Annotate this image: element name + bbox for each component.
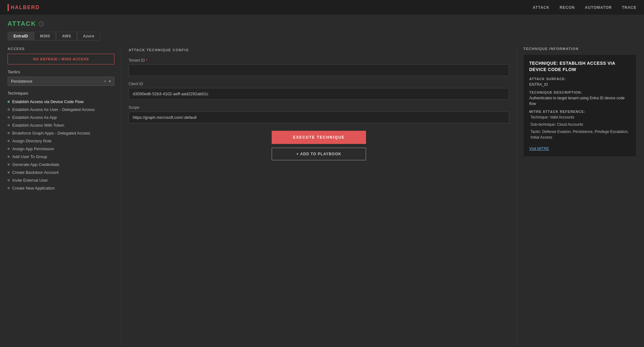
page-title: ATTACK (8, 20, 36, 27)
scope-group: Scope (129, 105, 509, 123)
mitre-row: MITRE ATT&CK REFERENCE: Technique: Valid… (529, 110, 630, 140)
page-content: ATTACK i EntraID M365 AWS Azure ACCESS N… (0, 15, 644, 347)
tactic-select-dropdown[interactable]: Persistence × ▾ (8, 77, 114, 86)
attack-surface-row: ATTACK SURFACE: ENTRA_ID (529, 77, 630, 87)
technique-item-3[interactable]: Establish Access With Token (8, 122, 114, 128)
technique-dot-1 (8, 108, 10, 111)
technique-label-6: Assign App Permission (12, 146, 54, 151)
tactic-selected-value: Persistence (11, 79, 32, 84)
nav-recon[interactable]: RECON (560, 5, 575, 10)
technique-item-0[interactable]: Establish Access via Device Code Flow (8, 99, 114, 105)
right-panel: TECHNIQUE INFORMATION TECHNIQUE: ESTABLI… (517, 47, 636, 347)
technique-dot-11 (8, 187, 10, 189)
add-to-playbook-button[interactable]: + ADD TO PLAYBOOK (272, 148, 366, 160)
client-id-group: Client ID (129, 82, 509, 100)
description-row: TECHNIQUE DESCRIPTION: Authenticates to … (529, 91, 630, 107)
techniques-label: Techniques (8, 91, 114, 96)
technique-dot-3 (8, 124, 10, 126)
technique-label-11: Create New Application (12, 186, 55, 190)
technique-dot-8 (8, 163, 10, 166)
tactics-label: Tactics (8, 69, 114, 74)
tab-aws[interactable]: AWS (56, 32, 77, 41)
info-card-title: TECHNIQUE: ESTABLISH ACCESS VIA DEVICE C… (529, 60, 630, 73)
client-id-input[interactable] (129, 88, 509, 100)
main-layout: ACCESS NO ENTRAID / M365 ACCESS Tactics … (8, 47, 636, 347)
technique-label-0: Establish Access via Device Code Flow (12, 99, 84, 104)
technique-info-title: TECHNIQUE INFORMATION (523, 47, 636, 51)
technique-label-10: Invite External User (12, 178, 48, 183)
mitre-item-2: Tactic: Defense Evasion, Persistence, Pr… (529, 129, 630, 140)
left-panel: ACCESS NO ENTRAID / M365 ACCESS Tactics … (8, 47, 121, 347)
config-title: ATTACK TECHNIQUE CONFIG (129, 47, 509, 52)
description-value: Authenticates to target tenant using Ent… (529, 95, 630, 107)
technique-item-10[interactable]: Invite External User (8, 177, 114, 183)
tactic-select-controls: × ▾ (104, 79, 111, 84)
technique-item-1[interactable]: Establish Access As User - Delegated Acc… (8, 107, 114, 113)
chevron-down-icon: ▾ (109, 79, 111, 84)
tab-entraid[interactable]: EntraID (8, 32, 34, 41)
tenant-id-label: Tenant ID * (129, 58, 509, 63)
center-panel: ATTACK TECHNIQUE CONFIG Tenant ID * Clie… (121, 47, 517, 347)
technique-dot-4 (8, 132, 10, 134)
technique-dot-7 (8, 156, 10, 158)
info-card: TECHNIQUE: ESTABLISH ACCESS VIA DEVICE C… (523, 54, 636, 157)
tenant-id-group: Tenant ID * (129, 58, 509, 76)
technique-item-9[interactable]: Create Backdoor Account (8, 169, 114, 175)
technique-list: Establish Access via Device Code Flow Es… (8, 99, 114, 191)
mitre-label: MITRE ATT&CK REFERENCE: (529, 110, 630, 113)
attack-surface-label: ATTACK SURFACE: (529, 77, 630, 81)
technique-item-11[interactable]: Create New Application (8, 185, 114, 191)
technique-label-5: Assign Directory Role (12, 139, 52, 143)
nav-automator[interactable]: AUTOMATOR (585, 5, 612, 10)
nav-trace[interactable]: TRACE (622, 5, 636, 10)
tab-m365[interactable]: M365 (34, 32, 56, 41)
tab-azure[interactable]: Azure (77, 32, 100, 41)
page-title-row: ATTACK i (8, 20, 636, 27)
tenant-id-input[interactable] (129, 64, 509, 76)
technique-dot-0 (8, 101, 10, 103)
client-id-label: Client ID (129, 82, 509, 86)
no-access-button[interactable]: NO ENTRAID / M365 ACCESS (8, 54, 114, 64)
clear-icon[interactable]: × (104, 79, 106, 84)
technique-label-3: Establish Access With Token (12, 123, 64, 128)
technique-dot-2 (8, 116, 10, 118)
nav-links: ATTACK RECON AUTOMATOR TRACE (533, 5, 636, 10)
info-icon[interactable]: i (39, 21, 44, 26)
scope-input[interactable] (129, 112, 509, 123)
nav-logo: HALBERD (8, 4, 40, 11)
technique-item-7[interactable]: Add User To Group (8, 154, 114, 160)
technique-label-9: Create Backdoor Account (12, 170, 58, 175)
nav-attack[interactable]: ATTACK (533, 5, 550, 10)
mitre-item-0: Technique: Valid Accounts (529, 114, 630, 120)
platform-tabs: EntraID M365 AWS Azure (8, 32, 636, 41)
technique-item-6[interactable]: Assign App Permission (8, 146, 114, 152)
execute-button[interactable]: EXECUTE TECHNIQUE (272, 131, 366, 144)
logo-bar-icon (8, 4, 9, 11)
technique-label-4: Bruteforce Graph Apps - Delegated Access (12, 131, 90, 135)
technique-item-2[interactable]: Establish Access As App (8, 114, 114, 120)
technique-label-7: Add User To Group (12, 154, 47, 159)
scope-label: Scope (129, 105, 509, 110)
technique-dot-6 (8, 148, 10, 150)
technique-item-4[interactable]: Bruteforce Graph Apps - Delegated Access (8, 130, 114, 136)
technique-dot-10 (8, 179, 10, 181)
technique-dot-9 (8, 171, 10, 174)
technique-dot-5 (8, 140, 10, 142)
technique-item-8[interactable]: Generate App Credentials (8, 162, 114, 168)
technique-item-5[interactable]: Assign Directory Role (8, 138, 114, 144)
technique-label-2: Establish Access As App (12, 115, 57, 120)
visit-mitre-link[interactable]: Visit MITRE (529, 146, 549, 151)
required-star: * (146, 58, 147, 63)
technique-label-1: Establish Access As User - Delegated Acc… (12, 107, 95, 112)
technique-label-8: Generate App Credentials (12, 162, 59, 167)
logo-text: HALBERD (11, 5, 40, 10)
navbar: HALBERD ATTACK RECON AUTOMATOR TRACE (0, 0, 644, 15)
attack-surface-value: ENTRA_ID (529, 82, 630, 87)
description-label: TECHNIQUE DESCRIPTION: (529, 91, 630, 94)
access-section-label: ACCESS (8, 47, 114, 51)
mitre-item-1: Sub-technique: Cloud Accounts (529, 122, 630, 127)
